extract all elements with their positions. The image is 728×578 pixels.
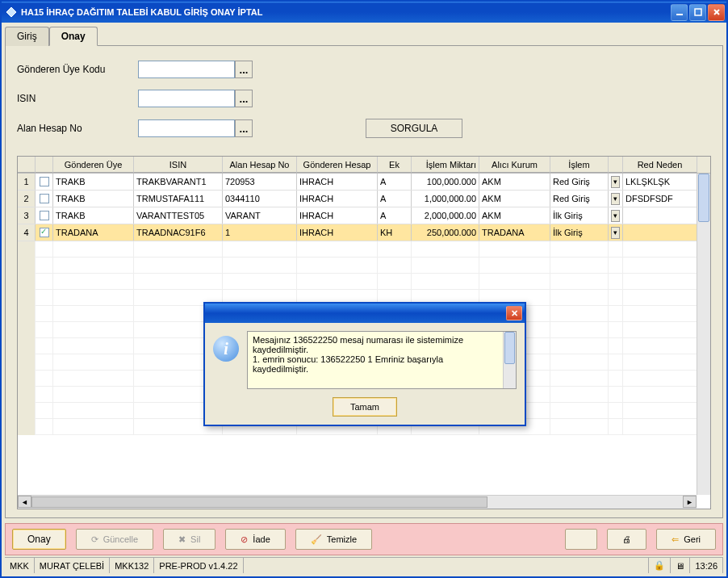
cell-alan-hesap: 1	[223, 224, 297, 241]
table-row[interactable]: 3TRAKBVARANTTEST05VARANTIHRACHA2,000,000…	[18, 207, 710, 224]
cell-gonderen-hesap: IHRACH	[297, 191, 378, 207]
col-islem-miktari[interactable]: İşlem Miktarı	[412, 157, 479, 173]
cell-kurum: AKM	[479, 174, 550, 190]
empty-row	[18, 258, 710, 274]
svg-marker-0	[6, 7, 16, 17]
back-icon: ⇐	[672, 534, 679, 545]
isin-input[interactable]	[138, 90, 235, 107]
col-index	[18, 157, 36, 173]
cell-isin: TRMUSTAFA111	[134, 191, 223, 207]
col-gonderen-uye[interactable]: Gönderen Üye	[53, 157, 134, 173]
iade-button[interactable]: ⊘İade	[225, 529, 285, 550]
cell-alan-hesap: 0344110	[223, 191, 297, 207]
status-code: MKK132	[110, 558, 154, 573]
onay-button[interactable]: Onay	[12, 529, 66, 550]
tab-bar: Giriş Onay	[5, 27, 723, 46]
sorgula-button[interactable]: SORGULA	[366, 119, 462, 138]
cell-islem-dropdown[interactable]: ▾	[609, 174, 623, 190]
app-window: HA15 İHRAÇ DAĞITIM TALEBİ KABUL GİRİŞ ON…	[0, 0, 728, 578]
info-dialog: ✕ i Mesajınız 136522250 mesaj numarası i…	[203, 302, 526, 426]
table-row[interactable]: 1TRAKBTRAKBVARANT1720953IHRACHA100,000.0…	[18, 174, 710, 191]
col-red-neden[interactable]: Red Neden	[623, 157, 697, 173]
tab-giris[interactable]: Giriş	[5, 27, 49, 46]
guncelle-button[interactable]: ⟳Güncelle	[76, 529, 153, 550]
geri-button[interactable]: ⇐Geri	[656, 529, 716, 550]
svg-rect-1	[676, 14, 683, 15]
maximize-button[interactable]	[689, 4, 706, 21]
dialog-message-line1: Mesajınız 136522250 mesaj numarası ile s…	[253, 335, 511, 354]
broom-icon: 🧹	[311, 534, 322, 545]
printer-icon: 🖨	[622, 534, 631, 544]
cell-ek: A	[378, 174, 412, 190]
alan-hesap-input[interactable]	[138, 119, 235, 137]
cell-islem: İlk Giriş	[550, 224, 609, 241]
cell-islem: Red Giriş	[550, 174, 609, 190]
status-time: 13:26	[690, 558, 723, 573]
empty-row	[18, 274, 710, 290]
cell-ek: A	[378, 191, 412, 207]
action-toolbar: Onay ⟳Güncelle ✖Sil ⊘İade 🧹Temizle 🖨 ⇐Ge…	[5, 523, 723, 555]
close-button[interactable]	[708, 4, 725, 21]
dialog-close-button[interactable]: ✕	[506, 306, 522, 320]
cell-kurum: TRADANA	[479, 224, 550, 241]
col-alici-kurum[interactable]: Alıcı Kurum	[479, 157, 550, 173]
row-checkbox[interactable]	[36, 174, 53, 190]
cell-islem-dropdown[interactable]: ▾	[609, 207, 623, 224]
onay-panel: Gönderen Üye Kodu ... ISIN ... Alan Hesa…	[5, 45, 723, 518]
grid-vscroll[interactable]	[697, 174, 710, 495]
chevron-down-icon[interactable]: ▾	[611, 210, 620, 222]
table-row[interactable]: 2TRAKBTRMUSTAFA1110344110IHRACHA1,000,00…	[18, 191, 710, 207]
gonderen-uye-label: Gönderen Üye Kodu	[17, 64, 138, 75]
col-gonderen-hesap[interactable]: Gönderen Hesap	[297, 157, 378, 173]
cell-islem: Red Giriş	[550, 191, 609, 207]
cell-islem-dropdown[interactable]: ▾	[609, 191, 623, 207]
chevron-down-icon[interactable]: ▾	[611, 193, 620, 205]
cell-miktar: 250,000.000	[412, 224, 479, 241]
status-spacer	[244, 558, 650, 573]
cell-miktar: 100,000.000	[412, 174, 479, 190]
row-checkbox[interactable]	[36, 224, 53, 241]
cell-red-neden: DFSDFSDF	[623, 191, 697, 207]
delete-icon: ✖	[178, 534, 186, 545]
cell-gonderen-uye: TRAKB	[53, 174, 134, 190]
row-index: 1	[18, 174, 36, 190]
gonderen-uye-picker[interactable]: ...	[235, 61, 253, 78]
cell-islem-dropdown[interactable]: ▾	[609, 224, 623, 241]
status-bar: MKK MURAT ÇELEBİ MKK132 PRE-PROD v1.4.22…	[5, 557, 723, 573]
col-alan-hesap[interactable]: Alan Hesap No	[223, 157, 297, 173]
cancel-icon: ⊘	[241, 534, 248, 545]
row-checkbox[interactable]	[36, 191, 53, 207]
temizle-button[interactable]: 🧹Temizle	[295, 529, 372, 550]
chevron-down-icon[interactable]: ▾	[611, 176, 620, 188]
window-title: HA15 İHRAÇ DAĞITIM TALEBİ KABUL GİRİŞ ON…	[21, 7, 671, 17]
sil-button[interactable]: ✖Sil	[163, 529, 215, 550]
status-env: PRE-PROD v1.4.22	[154, 558, 243, 573]
info-icon: i	[213, 336, 239, 362]
cell-red-neden: LKLŞKLŞK	[623, 174, 697, 190]
chevron-down-icon[interactable]: ▾	[611, 227, 620, 239]
tab-onay[interactable]: Onay	[49, 27, 98, 46]
isin-picker[interactable]: ...	[235, 90, 253, 107]
col-islem[interactable]: İşlem	[550, 157, 609, 173]
hscroll-right[interactable]: ►	[683, 496, 697, 508]
hscroll-left[interactable]: ◄	[18, 496, 31, 508]
minimize-button[interactable]	[671, 4, 688, 21]
row-checkbox[interactable]	[36, 207, 53, 224]
dialog-msg-scroll[interactable]	[503, 332, 516, 388]
empty-row	[18, 241, 710, 258]
col-ek[interactable]: Ek	[378, 157, 412, 173]
titlebar: HA15 İHRAÇ DAĞITIM TALEBİ KABUL GİRİŞ ON…	[2, 2, 726, 23]
status-user: MURAT ÇELEBİ	[35, 558, 110, 573]
grid-hscroll[interactable]: ◄ ►	[18, 495, 697, 509]
gonderen-uye-input[interactable]	[138, 61, 235, 78]
alan-hesap-picker[interactable]: ...	[235, 119, 253, 137]
client-area: Giriş Onay Gönderen Üye Kodu ... ISIN ..…	[2, 23, 726, 576]
col-isin[interactable]: ISIN	[134, 157, 223, 173]
table-row[interactable]: 4TRADANATRAADNAC91F61IHRACHKH250,000.000…	[18, 224, 710, 241]
cell-gonderen-uye: TRAKB	[53, 207, 134, 224]
dialog-ok-button[interactable]: Tamam	[333, 397, 397, 417]
cell-gonderen-hesap: IHRACH	[297, 224, 378, 241]
print-button[interactable]: 🖨	[607, 529, 646, 550]
blank-button-1[interactable]	[565, 529, 597, 550]
cell-kurum: AKM	[479, 207, 550, 224]
